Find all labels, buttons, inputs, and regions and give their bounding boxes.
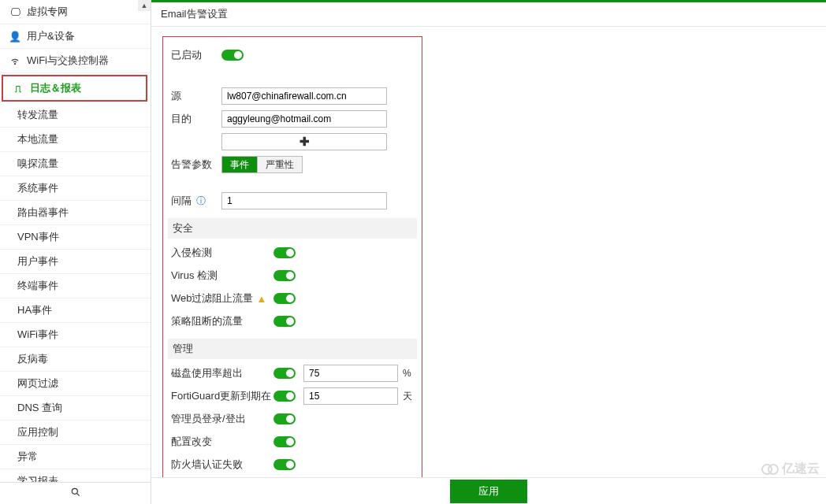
sidebar-sub-1[interactable]: 本地流量 (0, 128, 151, 152)
mgr-item-0: 管理员登录/登出 (171, 412, 273, 426)
mgr-toggle-2[interactable] (273, 459, 296, 470)
sec-toggle-3[interactable] (273, 316, 296, 327)
disk-toggle[interactable] (273, 368, 296, 379)
mgr-item-2: 防火墙认证失败 (171, 458, 273, 472)
svg-point-1 (72, 488, 77, 494)
sec-item-0: 入侵检测 (171, 246, 273, 260)
enabled-toggle[interactable] (221, 50, 244, 61)
fortiguard-input[interactable] (303, 387, 398, 405)
alarm-tabs: 事件 严重性 (221, 156, 303, 173)
monitor-icon: 🖵 (8, 6, 22, 18)
plus-icon: ✚ (300, 135, 310, 149)
sidebar-sub-12[interactable]: DNS 查询 (0, 396, 151, 421)
sidebar-sub-6[interactable]: 用户事件 (0, 250, 151, 274)
sidebar-sub-8[interactable]: HA事件 (0, 298, 151, 323)
mgr-item-1: 配置改变 (171, 435, 273, 449)
fortiguard-label: FortiGuard更新到期在 (171, 389, 273, 403)
sec-toggle-0[interactable] (273, 247, 296, 258)
sidebar-item-log-reports[interactable]: ⎍ 日志＆报表 (2, 75, 147, 102)
sidebar-sub-0[interactable]: 转发流量 (0, 103, 151, 128)
sidebar-sub-9[interactable]: WiFi事件 (0, 323, 151, 347)
interval-input[interactable] (221, 192, 387, 209)
user-icon: 👤 (8, 31, 22, 43)
disk-unit: % (403, 368, 411, 379)
sidebar-label: 日志＆报表 (30, 81, 140, 95)
search-icon (70, 487, 81, 500)
add-dest-button[interactable]: ✚ (221, 133, 387, 150)
wifi-icon (8, 55, 22, 66)
tab-event[interactable]: 事件 (222, 157, 257, 172)
sidebar-sub-10[interactable]: 反病毒 (0, 347, 151, 372)
alarm-params-label: 告警参数 (171, 158, 221, 172)
sec-toggle-2[interactable] (273, 293, 296, 304)
sidebar-sub-13[interactable]: 应用控制 (0, 421, 151, 445)
footer-bar: 应用 (151, 477, 826, 504)
warning-icon: ▲ (257, 293, 267, 305)
source-input[interactable] (221, 87, 387, 105)
source-label: 源 (171, 89, 221, 103)
mgr-toggle-1[interactable] (273, 436, 296, 447)
sidebar-search[interactable] (0, 482, 151, 504)
sidebar-scroll-up[interactable]: ▲ (138, 0, 151, 11)
sidebar-item-users[interactable]: 👤 用户&设备 (0, 24, 151, 49)
bar-chart-icon: ⎍ (11, 83, 25, 94)
sidebar-sub-3[interactable]: 系统事件 (0, 176, 151, 201)
svg-line-2 (76, 493, 79, 495)
sec-toggle-1[interactable] (273, 270, 296, 281)
sidebar-sub-2[interactable]: 嗅探流量 (0, 152, 151, 176)
sidebar-sub-7[interactable]: 终端事件 (0, 274, 151, 298)
apply-button[interactable]: 应用 (450, 480, 527, 503)
dest-input[interactable] (221, 110, 387, 128)
tab-severity[interactable]: 严重性 (257, 157, 302, 172)
page-title: Email告警设置 (151, 2, 826, 27)
mgr-toggle-0[interactable] (273, 413, 296, 424)
sidebar-item-vpn[interactable]: 🖵 虚拟专网 (0, 0, 151, 24)
svg-point-0 (14, 64, 15, 65)
sidebar-sub-5[interactable]: VPN事件 (0, 225, 151, 250)
sidebar-label: 用户&设备 (27, 29, 144, 43)
interval-label: 间隔 ⓘ (171, 194, 221, 208)
disk-label: 磁盘使用率超出 (171, 366, 273, 380)
dest-label: 目的 (171, 112, 221, 126)
sec-item-2: Web过滤阻止流量▲ (171, 291, 273, 306)
enabled-label: 已启动 (171, 48, 221, 62)
sidebar-item-wifi[interactable]: WiFi与交换控制器 (0, 49, 151, 73)
sidebar-label: WiFi与交换控制器 (27, 54, 144, 68)
sidebar-label: 虚拟专网 (27, 5, 144, 19)
settings-panel: 已启动 源 目的 ✚ (162, 36, 422, 504)
disk-input[interactable] (303, 365, 398, 382)
section-security: 安全 (168, 218, 417, 239)
sec-item-3: 策略阻断的流量 (171, 314, 273, 328)
sidebar-sub-4[interactable]: 路由器事件 (0, 201, 151, 225)
fortiguard-unit: 天 (403, 390, 412, 403)
fortiguard-toggle[interactable] (273, 391, 296, 402)
sidebar-sub-14[interactable]: 异常 (0, 445, 151, 469)
sidebar-sub-11[interactable]: 网页过滤 (0, 372, 151, 396)
section-manage: 管理 (168, 339, 417, 359)
info-icon[interactable]: ⓘ (196, 195, 206, 206)
sec-item-1: Virus 检测 (171, 269, 273, 283)
sidebar-sub-15[interactable]: 学习报表 (0, 469, 151, 482)
